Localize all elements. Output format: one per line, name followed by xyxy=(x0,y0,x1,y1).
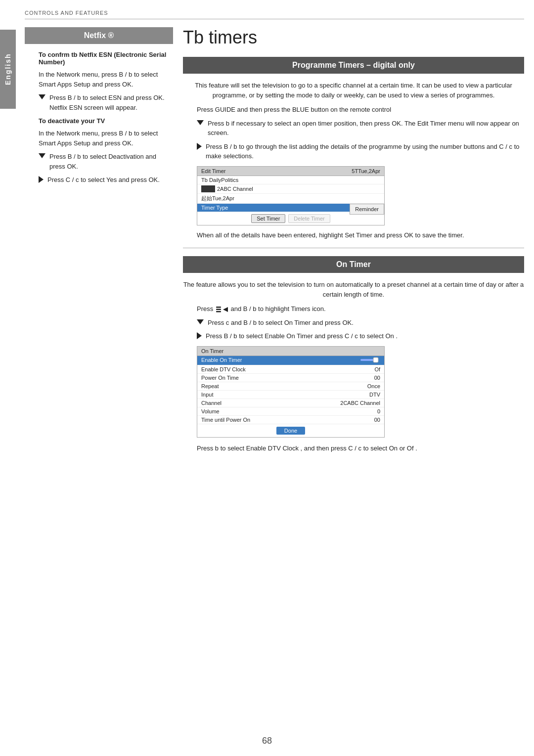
on-timer-section-header: On Timer xyxy=(183,256,524,273)
on-timer-screen: On Timer Enable On Timer Enable DTV Cloc… xyxy=(197,346,385,438)
edit-timer-timer-type-area: Timer Type Reminder Reminder xyxy=(197,204,384,212)
on-timer-enable-label: Enable On Timer xyxy=(201,357,360,364)
page-number: 68 xyxy=(262,736,272,746)
on-timer-volume-label: Volume xyxy=(201,408,377,414)
on-timer-step1-text: and B / b to highlight Timers icon. xyxy=(230,305,325,312)
edit-timer-header: Edit Timer 5TTue,2Apr xyxy=(197,167,384,176)
on-timer-time-until-value: 00 xyxy=(374,417,380,423)
slider-icon xyxy=(360,357,380,363)
programme-summary: When all of the details have been entere… xyxy=(197,230,524,240)
sidebar-english-label: English xyxy=(0,30,16,109)
on-timer-bullet1-item: Press c and B / b to select On Timer and… xyxy=(197,318,524,328)
edit-timer-row1-label: Tb DailyPolitics xyxy=(201,177,380,183)
netflix-section-header: Netfix ® xyxy=(25,27,173,44)
bullet-down-icon-3 xyxy=(197,120,204,125)
on-timer-repeat-label: Repeat xyxy=(201,383,367,389)
on-timer-repeat-value: Once xyxy=(367,383,380,389)
done-button[interactable]: Done xyxy=(276,427,305,435)
deactivate-bullet1-text: Press B / b to select Deactivation and p… xyxy=(49,152,173,171)
deactivate-bullet1-item: Press B / b to select Deactivation and p… xyxy=(39,152,173,171)
on-timer-power-on-label: Power On Time xyxy=(201,375,374,381)
on-timer-volume-row: Volume 0 xyxy=(197,407,384,416)
bullet-down-icon xyxy=(39,94,45,99)
on-timer-dtv-clock-value: Of xyxy=(374,366,380,372)
on-timer-power-on-row: Power On Time 00 xyxy=(197,374,384,382)
on-timer-intro: The feature allows you to set the televi… xyxy=(183,280,524,299)
on-timer-screen-header: On Timer xyxy=(197,347,384,356)
on-timer-volume-value: 0 xyxy=(377,408,380,414)
svg-rect-3 xyxy=(360,359,374,361)
menu-icon xyxy=(215,305,229,314)
edit-timer-row1: Tb DailyPolitics xyxy=(197,176,384,184)
deactivate-bullet2-item: Press C / c to select Yes and press OK. xyxy=(39,175,173,185)
programme-bullet2-item: Press B / b to go through the list addin… xyxy=(197,142,524,161)
programme-bullet1-text: Press b if necessary to select an open t… xyxy=(208,119,524,138)
edit-timer-screen: Edit Timer 5TTue,2Apr Tb DailyPolitics 2… xyxy=(197,166,385,225)
edit-timer-row3-label: 起始Tue,2Apr xyxy=(201,195,380,202)
on-timer-bullet2-text: Press B / b to select Enable On Timer an… xyxy=(206,331,524,341)
programme-section-header: Programme Timers – digital only xyxy=(183,57,524,74)
on-timer-dtv-clock-label: Enable DTV Clock xyxy=(201,366,374,372)
edit-timer-row4-label: Timer Type xyxy=(201,205,356,211)
deactivate-step1: In the Network menu, press B / b to sele… xyxy=(39,129,173,148)
edit-timer-row2-label: 2ABC Channel xyxy=(217,186,380,192)
set-timer-button[interactable]: Set Timer xyxy=(251,214,285,223)
programme-bullet1-item: Press b if necessary to select an open t… xyxy=(197,119,524,138)
bullet-down-icon-2 xyxy=(39,153,45,158)
on-timer-channel-row: Channel 2CABC Channel xyxy=(197,399,384,407)
programme-step1: Press GUIDE and then press the BLUE butt… xyxy=(197,105,524,115)
svg-rect-1 xyxy=(216,309,221,310)
confirm-step1: In the Network menu, press B / b to sele… xyxy=(39,70,173,89)
popup-reminder: Reminder xyxy=(350,204,384,215)
bullet-right-icon-3 xyxy=(197,332,202,339)
deactivate-heading: To deactivate your TV xyxy=(39,117,173,125)
on-timer-channel-label: Channel xyxy=(201,400,340,406)
section-divider xyxy=(183,248,524,248)
on-timer-bullet2-item: Press B / b to select Enable On Timer an… xyxy=(197,331,524,341)
programme-intro: This feature will set the television to … xyxy=(183,81,524,100)
bullet-down-icon-4 xyxy=(197,319,204,324)
page-title: Tb timers xyxy=(183,27,524,48)
on-timer-time-until-row: Time until Power On 00 xyxy=(197,416,384,424)
bullet-right-icon xyxy=(39,176,44,183)
edit-timer-header-left: Edit Timer xyxy=(201,168,226,174)
confirm-bullet1-item: Press B / b to select ESN and press OK. … xyxy=(39,93,173,112)
on-timer-power-on-value: 00 xyxy=(374,375,380,381)
on-timer-enable-row: Enable On Timer xyxy=(197,356,384,365)
on-timer-time-until-label: Time until Power On xyxy=(201,417,374,423)
delete-timer-button[interactable]: Delete Timer xyxy=(288,214,330,223)
svg-rect-2 xyxy=(216,311,221,312)
on-timer-enable-value xyxy=(360,357,380,364)
programme-bullet2-text: Press B / b to go through the list addin… xyxy=(206,142,524,161)
channel-icon xyxy=(201,185,215,192)
right-column: Tb timers Programme Timers – digital onl… xyxy=(183,27,524,736)
on-timer-repeat-row: Repeat Once xyxy=(197,382,384,391)
confirm-heading: To confrm tb Netfix ESN (Electronic Seri… xyxy=(39,51,173,66)
svg-rect-0 xyxy=(216,307,221,308)
deactivate-bullet2-text: Press C / c to select Yes and press OK. xyxy=(47,175,173,185)
edit-timer-screen-container: Edit Timer 5TTue,2Apr Tb DailyPolitics 2… xyxy=(197,166,524,225)
on-timer-input-label: Input xyxy=(201,392,369,398)
on-timer-channel-value: 2CABC Channel xyxy=(340,400,380,406)
on-timer-bullet1-text: Press c and B / b to select On Timer and… xyxy=(208,318,524,328)
main-content: Netfix ® To confrm tb Netfix ESN (Electr… xyxy=(25,27,524,736)
on-timer-input-row: Input DTV xyxy=(197,391,384,399)
left-column: Netfix ® To confrm tb Netfix ESN (Electr… xyxy=(25,27,173,736)
breadcrumb: CONTROLS AND FEATURES xyxy=(25,10,524,19)
bullet-right-icon-2 xyxy=(197,143,202,150)
on-timer-input-value: DTV xyxy=(369,392,380,398)
confirm-bullet1-text: Press B / b to select ESN and press OK. … xyxy=(49,93,173,112)
svg-rect-4 xyxy=(373,357,378,362)
on-timer-screen-container: On Timer Enable On Timer Enable DTV Cloc… xyxy=(197,346,524,438)
edit-timer-header-right: 5TTue,2Apr xyxy=(352,168,380,174)
on-timer-dtv-clock-row: Enable DTV Clock Of xyxy=(197,365,384,374)
on-timer-footer: Press b to select Enable DTV Clock , and… xyxy=(197,444,524,453)
on-timer-step1: Press and B / b to highlight Timers icon… xyxy=(197,304,524,314)
edit-timer-row2: 2ABC Channel xyxy=(197,184,384,194)
edit-timer-row3: 起始Tue,2Apr xyxy=(197,194,384,204)
on-timer-done-area: Done xyxy=(197,424,384,437)
